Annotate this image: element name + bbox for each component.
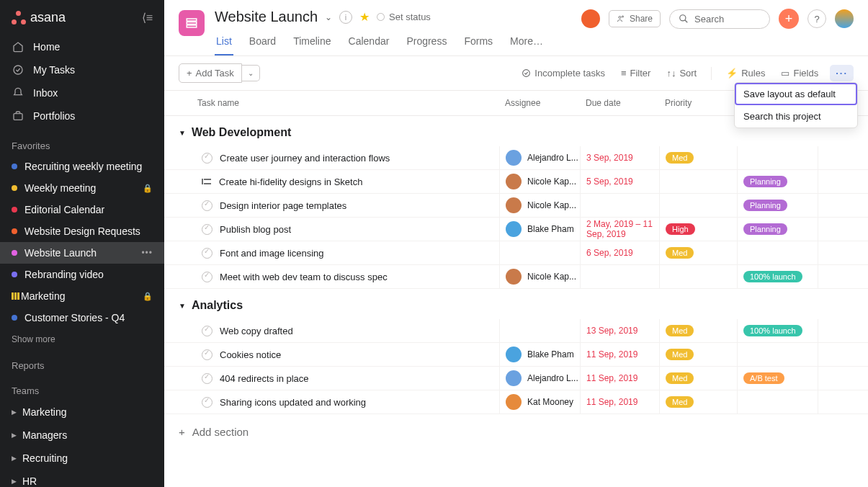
menu-save-layout[interactable]: Save layout as default (735, 83, 857, 105)
team-hr[interactable]: ▶HR (0, 470, 164, 487)
team-marketing[interactable]: ▶Marketing (0, 401, 164, 424)
section-header[interactable]: ▼Analytics (164, 289, 868, 319)
svg-rect-2 (187, 19, 197, 21)
assignee-avatar (506, 347, 522, 362)
sidebar-item-website-launch[interactable]: Website Launch••• (0, 242, 164, 264)
task-row[interactable]: Font and image licensing6 Sep, 2019Med (164, 241, 868, 265)
col-assignee[interactable]: Assignee (499, 98, 580, 108)
add-task-button[interactable]: +Add Task (179, 63, 242, 83)
add-task-dropdown[interactable]: ⌄ (242, 65, 260, 81)
tab-board[interactable]: Board (248, 31, 277, 55)
team-managers[interactable]: ▶Managers (0, 424, 164, 447)
project-icon[interactable] (179, 10, 205, 36)
sidebar-item-customer-stories-q4[interactable]: Customer Stories - Q4 (0, 307, 164, 329)
logo[interactable]: asana (12, 10, 66, 25)
collapse-sidebar-icon[interactable]: ⟨≡ (142, 11, 153, 24)
project-color-icon (12, 228, 17, 234)
search-input[interactable]: Search (669, 9, 770, 29)
svg-point-8 (523, 70, 530, 77)
filter-button[interactable]: ≡Filter (617, 65, 655, 81)
tag-pill: Planning (743, 223, 787, 235)
sidebar-item-label: Website Design Requests (24, 225, 140, 237)
task-row[interactable]: 404 redirects in placeAlejandro L...11 S… (164, 367, 868, 390)
caret-icon: ▶ (12, 432, 17, 439)
team-recruiting[interactable]: ▶Recruiting (0, 447, 164, 470)
sidebar-item-label: Editorial Calendar (24, 204, 104, 215)
col-due[interactable]: Due date (580, 98, 659, 108)
menu-search-project[interactable]: Search this project (735, 105, 857, 128)
task-row[interactable]: Cookies noticeBlake Pham11 Sep, 2019Med (164, 343, 868, 367)
complete-checkbox[interactable] (202, 248, 212, 259)
sidebar-item-editorial-calendar[interactable]: Editorial Calendar (0, 199, 164, 220)
tab-calendar[interactable]: Calendar (347, 31, 391, 55)
complete-checkbox[interactable] (202, 373, 212, 384)
task-row[interactable]: Create hi-fidelity designs in SketchNico… (164, 170, 868, 194)
col-priority[interactable]: Priority (659, 98, 737, 108)
complete-checkbox[interactable] (202, 349, 212, 360)
sidebar-item-marketing[interactable]: Marketing🔒 (0, 285, 164, 307)
tab-forms[interactable]: Forms (462, 31, 494, 55)
sidebar-item-weekly-meeting[interactable]: Weekly meeting🔒 (0, 177, 164, 199)
add-section-button[interactable]: +Add section (164, 414, 868, 450)
complete-checkbox[interactable] (202, 224, 212, 235)
complete-checkbox[interactable] (202, 326, 212, 336)
task-row[interactable]: Sharing icons updated and workingKat Moo… (164, 390, 868, 414)
task-row[interactable]: Design interior page templatesNicole Kap… (164, 194, 868, 218)
task-name: Publish blog post (220, 224, 291, 235)
chevron-down-icon[interactable]: ⌄ (325, 12, 332, 22)
info-icon[interactable]: i (339, 11, 352, 24)
due-date: 11 Sep, 2019 (586, 373, 637, 383)
sidebar-item-recruiting-weekly-meeting[interactable]: Recruiting weekly meeting (0, 156, 164, 177)
lock-icon: 🔒 (143, 184, 153, 193)
task-row[interactable]: Web copy drafted13 Sep, 2019Med100% laun… (164, 319, 868, 343)
favorites-label: Favorites (0, 130, 164, 156)
assignee-avatar (506, 197, 522, 213)
member-avatar[interactable] (581, 9, 600, 28)
priority-pill: Med (666, 349, 694, 360)
sidebar-item-website-design-requests[interactable]: Website Design Requests (0, 220, 164, 242)
global-add-button[interactable]: + (779, 9, 799, 29)
task-row[interactable]: Create user journey and interaction flow… (164, 146, 868, 170)
assignee-name: Nicole Kap... (527, 177, 576, 187)
more-actions-button[interactable]: ··· (830, 65, 854, 81)
tab-list[interactable]: List (215, 31, 233, 55)
help-button[interactable]: ? (807, 9, 826, 28)
share-button[interactable]: Share (609, 10, 661, 27)
tab-more[interactable]: More… (509, 31, 545, 55)
star-icon[interactable]: ★ (359, 10, 370, 24)
sidebar-item-rebranding-video[interactable]: Rebranding video (0, 264, 164, 285)
complete-checkbox[interactable] (202, 153, 212, 164)
nav-inbox[interactable]: Inbox (0, 81, 164, 104)
list-toolbar: +Add Task ⌄ Incomplete tasks ≡Filter ↑↓S… (164, 56, 868, 91)
incomplete-filter[interactable]: Incomplete tasks (517, 65, 609, 81)
nav-mytasks[interactable]: My Tasks (0, 58, 164, 81)
tag-pill: Planning (743, 176, 787, 187)
complete-checkbox[interactable] (202, 397, 212, 408)
more-actions-menu: Save layout as default Search this proje… (734, 82, 858, 128)
lock-icon: 🔒 (143, 292, 153, 301)
user-avatar[interactable] (835, 9, 854, 28)
item-more-icon[interactable]: ••• (141, 248, 153, 258)
project-title[interactable]: Website Launch (215, 9, 318, 25)
sort-button[interactable]: ↑↓Sort (662, 65, 701, 81)
show-more[interactable]: Show more (0, 329, 164, 350)
logo-text: asana (30, 10, 66, 25)
fields-button[interactable]: ▭Fields (777, 65, 823, 81)
nav-portfolios[interactable]: Portfolios (0, 104, 164, 128)
tab-timeline[interactable]: Timeline (292, 31, 332, 55)
complete-checkbox[interactable] (202, 272, 212, 282)
col-task-name[interactable]: Task name (179, 98, 499, 108)
reports-label[interactable]: Reports (0, 350, 164, 375)
assignee-avatar (506, 174, 522, 189)
set-status[interactable]: Set status (377, 12, 431, 22)
caret-icon: ▶ (12, 478, 17, 485)
main: Website Launch ⌄ i ★ Set status ListBoar… (164, 0, 868, 487)
nav-home[interactable]: Home (0, 35, 164, 58)
rules-button[interactable]: ⚡Rules (722, 65, 769, 81)
task-name: Web copy drafted (220, 326, 293, 336)
task-row[interactable]: Meet with web dev team to discuss specNi… (164, 265, 868, 289)
filter-icon: ≡ (621, 68, 627, 79)
complete-checkbox[interactable] (202, 200, 212, 211)
task-row[interactable]: Publish blog postBlake Pham2 May, 2019 –… (164, 218, 868, 241)
tab-progress[interactable]: Progress (405, 31, 448, 55)
